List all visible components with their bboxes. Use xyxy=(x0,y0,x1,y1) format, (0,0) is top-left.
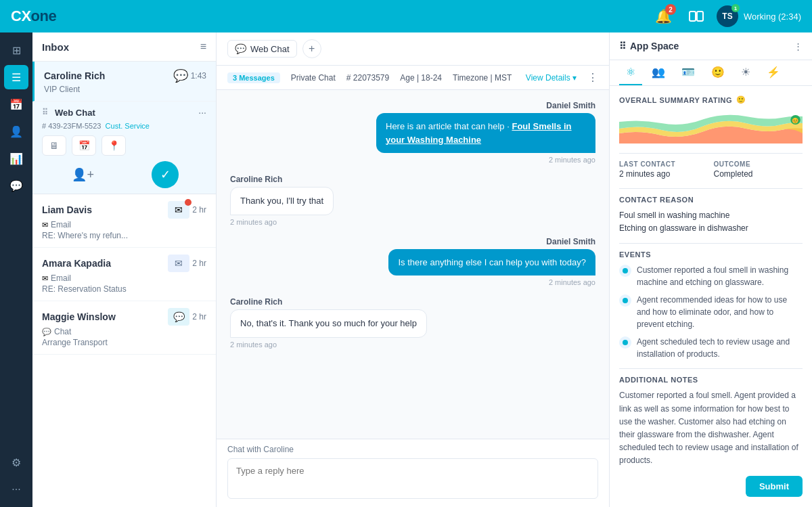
section-divider xyxy=(619,188,803,189)
tab-settings[interactable]: ☀ xyxy=(734,60,757,85)
logo: CXone xyxy=(11,7,56,25)
tab-lightning[interactable]: ⚡ xyxy=(760,60,787,85)
nav-calendar-icon[interactable]: 📅 xyxy=(4,92,28,116)
message-group: Caroline Rich Thank you, I'll try that 2… xyxy=(230,175,595,226)
app-space-header: ⠿ App Space ⋮ xyxy=(610,32,812,60)
contact-reason-label: CONTACT REASON xyxy=(619,196,803,204)
nav-reports-icon[interactable]: 📊 xyxy=(4,146,28,171)
svg-rect-1 xyxy=(697,12,703,21)
chat-input[interactable] xyxy=(227,458,598,499)
item-time: 2 hr xyxy=(192,312,206,322)
message-link[interactable]: Foul Smells in your Washing Machine xyxy=(386,121,572,145)
left-nav: ⊞ ☰ 📅 👤 📊 💬 ⚙ ··· xyxy=(0,32,32,507)
section-divider xyxy=(619,368,803,369)
meta-age: Age | 18-24 xyxy=(400,73,442,83)
chat-main: 💬 Web Chat + 3 Messages Private Chat # 2… xyxy=(217,32,609,507)
webchat-video-button[interactable]: 🖥 xyxy=(42,135,66,156)
event-text: Agent scheduled tech to review usage and… xyxy=(637,336,803,360)
message-bubble: No, that's it. Thank you so much for you… xyxy=(230,309,427,338)
notifications-button[interactable]: 🔔 2 xyxy=(652,4,676,28)
app-space-tabs: ⚛ 👥 🪪 🙂 ☀ ⚡ xyxy=(610,60,812,86)
list-item[interactable]: Maggie Winslow 💬 2 hr 💬 Chat xyxy=(32,301,216,355)
outcome-label: OUTCOME xyxy=(714,160,803,168)
event-icon xyxy=(619,294,631,307)
message-sender: Caroline Rich xyxy=(230,297,282,307)
nav-settings-icon[interactable]: ⚙ xyxy=(4,450,28,475)
event-item: Agent recommended ideas for how to use a… xyxy=(619,294,803,330)
message-time: 2 minutes ago xyxy=(549,156,595,164)
item-subject: RE: Where's my refun... xyxy=(42,231,206,240)
contact-name: Liam Davis xyxy=(42,204,92,215)
tab-summary[interactable]: ⚛ xyxy=(619,60,642,85)
top-header: CXone 🔔 2 TS 1 Working (2:34) xyxy=(0,0,812,32)
webchat-add-user-button[interactable]: 👤+ xyxy=(70,162,97,187)
outcome-value: Completed xyxy=(714,169,803,179)
last-contact-label: LAST CONTACT xyxy=(619,160,708,168)
agent-avatar: TS 1 xyxy=(717,5,738,27)
contact-info-grid: LAST CONTACT 2 minutes ago OUTCOME Compl… xyxy=(619,160,803,179)
meta-timezone: Timezone | MST xyxy=(453,73,512,83)
nav-more-icon[interactable]: ··· xyxy=(4,477,28,502)
agent-status-button[interactable]: TS 1 Working (2:34) xyxy=(717,5,801,27)
webchat-schedule-button[interactable]: 📅 xyxy=(72,135,96,156)
webchat-actions: 🖥 📅 📍 xyxy=(42,135,206,156)
tab-contacts[interactable]: 👥 xyxy=(645,60,672,85)
meta-more-button[interactable]: ⋮ xyxy=(587,71,598,84)
nav-inbox-icon[interactable]: ☰ xyxy=(4,65,28,89)
link-button[interactable] xyxy=(684,4,708,28)
app-space-panel: ⠿ App Space ⋮ ⚛ 👥 🪪 🙂 ☀ ⚡ OVERALL SUMMAR… xyxy=(609,32,812,507)
notes-text: Customer reported a foul smell. Agent pr… xyxy=(619,389,803,467)
message-time: 2 minutes ago xyxy=(549,278,595,286)
list-item[interactable]: Amara Kapadia ✉ 2 hr ✉ Email xyxy=(32,248,216,301)
item-subject: RE: Reservation Status xyxy=(42,284,206,294)
message-bubble: Is there anything else I can help you wi… xyxy=(388,249,595,276)
inbox-menu-button[interactable]: ≡ xyxy=(200,41,206,53)
additional-notes-label: ADDITIONAL NOTES xyxy=(619,376,803,384)
item-type: Email xyxy=(51,220,71,229)
chat-tab-webchat[interactable]: 💬 Web Chat xyxy=(227,40,297,58)
item-type: Chat xyxy=(54,327,71,336)
item-subject: Arrange Transport xyxy=(42,338,206,347)
list-item[interactable]: Caroline Rich 💬 1:43 VIP Client xyxy=(32,62,216,102)
message-group: Daniel Smith Is there anything else I ca… xyxy=(230,237,595,287)
chat-header: 💬 Web Chat + xyxy=(217,32,609,66)
events-label: EVENTS xyxy=(619,250,803,259)
nav-contacts-icon[interactable]: 👤 xyxy=(4,119,28,144)
item-time: 2 hr xyxy=(192,259,206,268)
webchat-title: ⠿ Web Chat xyxy=(42,108,95,118)
inbox-list: Caroline Rich 💬 1:43 VIP Client ⠿ xyxy=(32,62,216,507)
last-contact-value: 2 minutes ago xyxy=(619,169,708,179)
tab-profile[interactable]: 🪪 xyxy=(675,60,702,85)
svg-point-5 xyxy=(623,298,628,303)
nav-home-icon[interactable]: ⊞ xyxy=(4,38,28,62)
message-sender: Caroline Rich xyxy=(230,175,282,184)
header-right: 🔔 2 TS 1 Working (2:34) xyxy=(652,4,801,28)
message-time: 2 minutes ago xyxy=(230,340,277,349)
nav-chat-icon[interactable]: 💬 xyxy=(4,173,28,198)
add-tab-button[interactable]: + xyxy=(302,39,321,58)
chat-tab-icon: 💬 xyxy=(235,43,246,54)
meta-channel: Private Chat xyxy=(291,73,336,83)
app-space-menu-button[interactable]: ⋮ xyxy=(794,41,803,51)
tab-sentiment[interactable]: 🙂 xyxy=(704,60,731,85)
smiley-icon: 🙂 xyxy=(736,95,746,104)
webchat-menu-button[interactable]: ··· xyxy=(198,107,206,118)
view-details-button[interactable]: View Details ▾ xyxy=(526,73,577,83)
grid-icon: ⠿ xyxy=(619,41,626,51)
service-tag: Cust. Service xyxy=(106,122,150,130)
agent-status-label: Working (2:34) xyxy=(744,12,801,22)
svg-rect-0 xyxy=(690,12,696,21)
message-sender: Daniel Smith xyxy=(546,101,595,110)
item-time: 1:43 xyxy=(191,71,206,81)
chat-meta-bar: 3 Messages Private Chat # 22073579 Age |… xyxy=(217,66,609,90)
submit-button[interactable]: Submit xyxy=(746,476,803,497)
chat-tab-label: Web Chat xyxy=(250,44,290,54)
chat-icon: 💬 xyxy=(173,68,188,83)
webchat-accept-button[interactable]: ✓ xyxy=(152,161,179,188)
list-item[interactable]: Liam Davis ✉ 2 hr ✉ Email xyxy=(32,194,216,248)
svg-text:😊: 😊 xyxy=(792,117,799,125)
app-space-body: OVERALL SUMMARY RATING 🙂 😊 xyxy=(610,86,812,507)
event-text: Customer reported a foul smell in washin… xyxy=(637,264,803,288)
webchat-location-button[interactable]: 📍 xyxy=(102,135,126,156)
event-item: Customer reported a foul smell in washin… xyxy=(619,264,803,288)
